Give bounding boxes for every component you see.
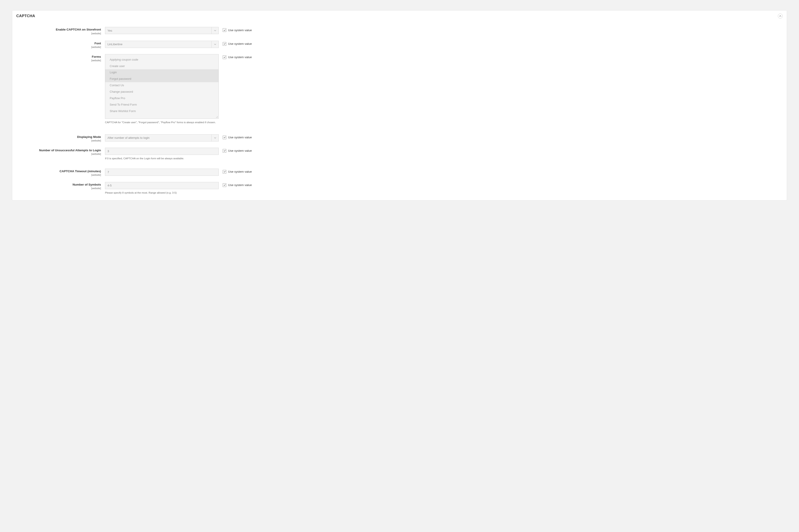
use-system-value-label: Use system value bbox=[228, 28, 252, 32]
panel-title: CAPTCHA bbox=[16, 14, 35, 18]
font-value: LinLibertine bbox=[108, 42, 211, 46]
symbols-value: 4-5 bbox=[108, 184, 112, 187]
forms-option[interactable]: Share Wishlist Form bbox=[105, 108, 219, 115]
forms-help-note: CAPTCHA for "Create user", "Forgot passw… bbox=[105, 120, 219, 124]
row-font: Font [website] LinLibertine Use sy bbox=[16, 39, 780, 50]
use-system-value-label: Use system value bbox=[228, 55, 252, 59]
chevron-down-icon bbox=[211, 27, 219, 34]
attempts-help-note: If 0 is specified, CAPTCHA on the Login … bbox=[105, 157, 219, 160]
displaying-mode-select[interactable]: After number of attempts to login bbox=[105, 134, 219, 141]
use-system-value-label: Use system value bbox=[228, 136, 252, 139]
row-forms: Forms [website] Applying coupon codeCrea… bbox=[16, 52, 780, 126]
timeout-input[interactable]: 7 bbox=[105, 169, 219, 176]
forms-option[interactable]: Applying coupon code bbox=[105, 57, 219, 63]
enable-captcha-use-system-checkbox[interactable] bbox=[223, 28, 226, 32]
forms-option[interactable]: Change password bbox=[105, 89, 219, 95]
font-label: Font bbox=[16, 42, 101, 45]
font-use-system-checkbox[interactable] bbox=[223, 42, 226, 46]
displaying-mode-use-system-checkbox[interactable] bbox=[223, 136, 226, 139]
symbols-use-system-checkbox[interactable] bbox=[223, 183, 226, 187]
timeout-value: 7 bbox=[108, 170, 109, 174]
attempts-input[interactable]: 3 bbox=[105, 148, 219, 155]
captcha-panel: CAPTCHA Enable CAPTCHA on Storefront [we… bbox=[12, 10, 787, 201]
collapse-button[interactable] bbox=[778, 14, 783, 18]
use-system-value-label: Use system value bbox=[228, 42, 252, 45]
use-system-value-label: Use system value bbox=[228, 149, 252, 152]
enable-captcha-value: Yes bbox=[108, 29, 211, 32]
timeout-use-system-checkbox[interactable] bbox=[223, 170, 226, 174]
font-select[interactable]: LinLibertine bbox=[105, 41, 219, 48]
use-system-value-label: Use system value bbox=[228, 183, 252, 187]
chevron-down-icon bbox=[211, 41, 219, 48]
row-displaying-mode: Displaying Mode [website] After number o… bbox=[16, 133, 780, 144]
resize-handle-icon[interactable] bbox=[215, 115, 218, 118]
forms-option[interactable]: Contact Us bbox=[105, 82, 219, 89]
forms-option[interactable]: Forgot password bbox=[105, 76, 219, 82]
forms-label: Forms bbox=[16, 55, 101, 59]
timeout-scope: [website] bbox=[16, 174, 101, 176]
enable-captcha-select[interactable]: Yes bbox=[105, 27, 219, 34]
chevron-down-icon bbox=[211, 135, 219, 141]
symbols-input[interactable]: 4-5 bbox=[105, 182, 219, 189]
attempts-scope: [website] bbox=[16, 153, 101, 155]
row-enable-captcha: Enable CAPTCHA on Storefront [website] Y… bbox=[16, 25, 780, 37]
use-system-value-label: Use system value bbox=[228, 170, 252, 173]
symbols-scope: [website] bbox=[16, 187, 101, 190]
attempts-value: 3 bbox=[108, 150, 109, 153]
attempts-label: Number of Unsuccessful Attempts to Login bbox=[16, 149, 101, 152]
forms-option[interactable]: Login bbox=[105, 69, 219, 76]
forms-option[interactable]: Create user bbox=[105, 63, 219, 70]
font-scope: [website] bbox=[16, 46, 101, 48]
symbols-label: Number of Symbols bbox=[16, 183, 101, 187]
forms-multiselect[interactable]: Applying coupon codeCreate userLoginForg… bbox=[105, 54, 219, 119]
displaying-mode-value: After number of attempts to login bbox=[108, 136, 211, 139]
forms-use-system-checkbox[interactable] bbox=[223, 55, 226, 59]
forms-option[interactable]: Send To Friend Form bbox=[105, 101, 219, 108]
symbols-help-note: Please specify 8 symbols at the most. Ra… bbox=[105, 191, 219, 194]
row-attempts: Number of Unsuccessful Attempts to Login… bbox=[16, 146, 780, 162]
row-timeout: CAPTCHA Timeout (minutes) [website] 7 Us… bbox=[16, 167, 780, 178]
enable-captcha-scope: [website] bbox=[91, 32, 101, 35]
row-symbols: Number of Symbols [website] 4-5 Please s… bbox=[16, 180, 780, 196]
timeout-label: CAPTCHA Timeout (minutes) bbox=[16, 170, 101, 173]
chevron-up-icon bbox=[779, 15, 781, 18]
displaying-mode-label: Displaying Mode bbox=[16, 135, 101, 139]
forms-option[interactable]: Payflow Pro bbox=[105, 95, 219, 101]
forms-scope: [website] bbox=[16, 59, 101, 62]
attempts-use-system-checkbox[interactable] bbox=[223, 149, 226, 153]
enable-captcha-label: Enable CAPTCHA on Storefront bbox=[16, 28, 101, 32]
displaying-mode-scope: [website] bbox=[16, 139, 101, 142]
